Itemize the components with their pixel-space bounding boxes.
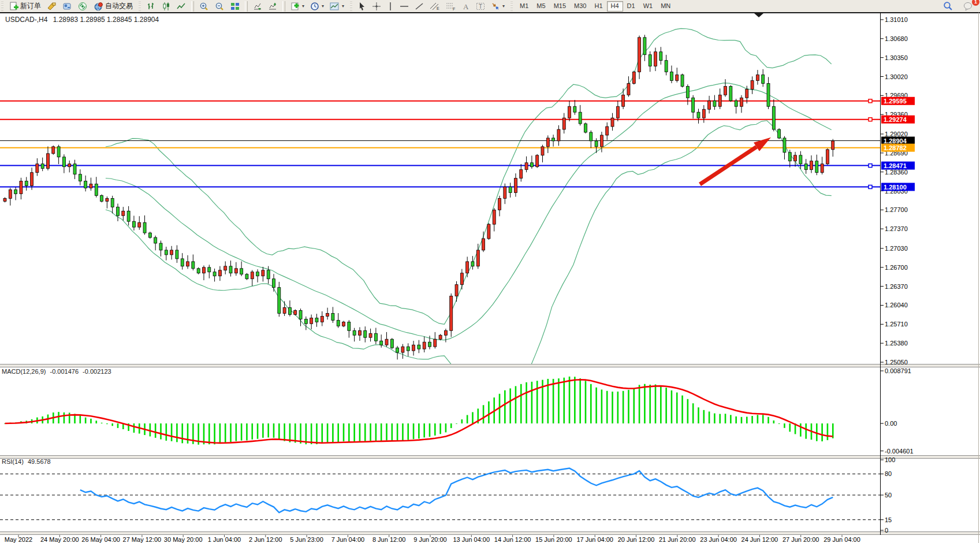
signals-button[interactable] [75,1,91,12]
dropdown-caret-icon: ▾ [322,3,324,9]
timeframe-m15-button[interactable]: M15 [550,1,570,12]
autotrading-button[interactable]: 自动交易 [91,1,136,12]
svg-text:1.28782: 1.28782 [884,144,907,151]
vline-icon [387,2,394,11]
svg-text:1.29274: 1.29274 [884,116,907,123]
toolbar-grip[interactable] [350,2,352,11]
period-button[interactable]: ▾ [307,1,327,12]
search-icon [943,1,953,11]
main-toolbar: 新订单 自动交易 ▾ ▾ ▾ [0,0,980,13]
metaeditor-icon [47,2,57,11]
timeframe-group: M1M5M15M30H1H4D1W1MN [514,0,676,13]
svg-text:-0.004601: -0.004601 [885,448,914,455]
dropdown-caret-icon: ▾ [342,3,344,9]
toolbar-separator [191,1,194,12]
svg-text:13 Jun 04:00: 13 Jun 04:00 [453,536,490,543]
svg-text:1.27700: 1.27700 [885,206,908,213]
label-icon: T [476,2,485,11]
template-icon [330,2,340,11]
channel-button[interactable]: E [427,1,443,12]
svg-text:29 Jun 04:00: 29 Jun 04:00 [824,536,860,543]
notifications-button[interactable]: 1 [960,1,977,12]
svg-text:1.27370: 1.27370 [885,225,908,232]
template-button[interactable]: ▾ [327,1,347,12]
trendline-icon [415,2,424,11]
market-watch-button[interactable] [59,1,75,12]
metaeditor-button[interactable] [44,1,59,12]
svg-text:1.27030: 1.27030 [885,245,908,252]
timeframe-m30-button[interactable]: M30 [570,1,590,12]
market-watch-icon [62,2,72,11]
crosshair-icon [372,2,381,11]
new-order-label: 新订单 [20,1,41,11]
svg-text:50: 50 [885,492,892,499]
auto-scroll-button[interactable] [250,1,265,12]
rsi-name: RSI(14) [2,458,24,465]
autotrading-icon [94,2,103,11]
svg-text:1.30680: 1.30680 [885,35,908,42]
timeframe-mn-button[interactable]: MN [657,1,675,12]
add-indicator-button[interactable]: ▾ [288,1,307,12]
cursor-button[interactable] [355,1,369,12]
svg-text:8 Jun 12:00: 8 Jun 12:00 [372,536,406,543]
svg-text:24 May 20:00: 24 May 20:00 [40,536,79,543]
toolbar-grip[interactable] [139,2,141,11]
ohlc-values: 1.28983 1.28985 1.28845 1.28904 [53,16,159,24]
svg-text:T: T [479,3,482,10]
chart-shift-button[interactable] [265,1,280,12]
svg-text:17 Jun 04:00: 17 Jun 04:00 [576,536,613,543]
label-button[interactable]: T [473,1,488,12]
signals-icon [78,2,88,11]
macd-signal-value: -0.002123 [83,368,111,375]
indicator-group: ▾ ▾ ▾ [286,0,349,13]
svg-text:1.26700: 1.26700 [885,264,908,271]
zoom-out-button[interactable] [212,1,228,12]
svg-text:1 Jun 04:00: 1 Jun 04:00 [208,536,241,543]
timeframe-w1-button[interactable]: W1 [639,1,657,12]
zoom-group [195,0,244,13]
add-indicator-icon [290,2,300,11]
chart-canvas[interactable]: 1.310101.306801.303501.300201.296901.293… [0,13,980,543]
hline-button[interactable] [397,1,412,12]
bar-chart-button[interactable] [144,1,159,12]
svg-text:15 Jun 20:00: 15 Jun 20:00 [535,536,572,543]
line-chart-icon [177,2,186,11]
timeframe-d1-button[interactable]: D1 [623,1,639,12]
timeframe-h4-button[interactable]: H4 [607,1,623,12]
line-chart-button[interactable] [174,1,189,12]
timeframe-h1-button[interactable]: H1 [590,1,606,12]
svg-text:1.25380: 1.25380 [885,340,908,347]
svg-text:1.29595: 1.29595 [884,98,907,105]
toolbar-grip[interactable] [511,2,513,11]
svg-text:80: 80 [885,470,892,477]
trendline-button[interactable] [412,1,427,12]
toolbar-grip[interactable] [1,2,3,11]
search-button[interactable] [940,1,956,12]
new-order-icon [9,2,18,11]
svg-text:May 2022: May 2022 [5,536,32,543]
vline-button[interactable] [384,1,397,12]
svg-text:1.26370: 1.26370 [885,283,908,290]
timeframe-m5-button[interactable]: M5 [532,1,549,12]
svg-text:21 Jun 20:00: 21 Jun 20:00 [659,536,696,543]
timeframe-m1-button[interactable]: M1 [516,1,532,12]
text-button[interactable]: A [459,1,473,12]
svg-text:1.29020: 1.29020 [885,131,908,137]
macd-name: MACD(12,26,9) [2,368,46,375]
candlestick-button[interactable] [159,1,174,12]
tile-windows-button[interactable] [228,1,243,12]
chart-shift-icon [268,2,277,11]
svg-text:1.28904: 1.28904 [884,137,907,144]
scroll-group [248,0,282,13]
rsi-value: 49.5678 [28,458,51,465]
bar-chart-icon [147,2,156,11]
shapes-button[interactable]: ▾ [488,1,508,12]
chart-window[interactable]: 1.310101.306801.303501.300201.296901.293… [0,13,980,543]
new-order-button[interactable]: 新订单 [6,1,44,12]
fibonacci-button[interactable]: F [443,1,459,12]
chart-type-group [142,0,191,13]
rsi-label: RSI(14) 49.5678 [2,458,51,465]
crosshair-button[interactable] [369,1,384,12]
svg-text:1.25710: 1.25710 [885,321,908,328]
zoom-in-button[interactable] [196,1,212,12]
